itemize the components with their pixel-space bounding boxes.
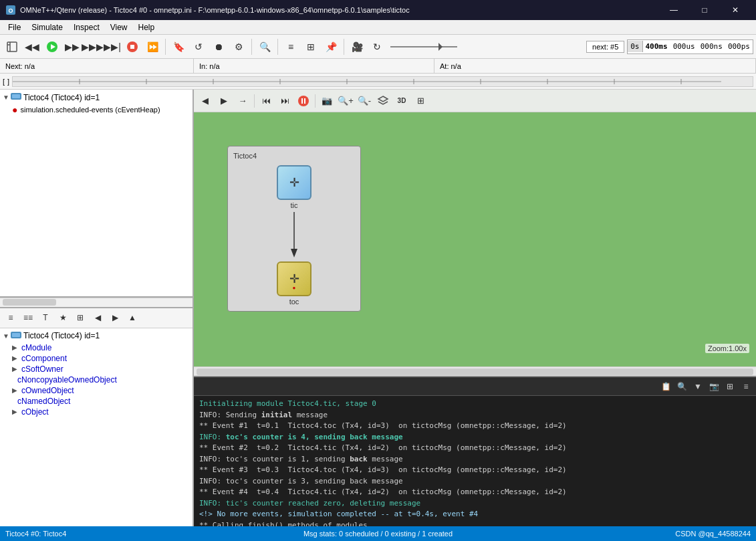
canvas-pause-btn[interactable]	[295, 92, 312, 110]
time-display: 0s 400ms 000us 000ns 000ps	[627, 39, 753, 54]
menu-file[interactable]: File	[3, 21, 26, 33]
maximize-button[interactable]: □	[689, 0, 720, 20]
timeline-ruler[interactable]	[12, 76, 753, 87]
refresh-button[interactable]: ↺	[189, 37, 208, 56]
step-back-button[interactable]: ◀◀	[23, 37, 41, 56]
canvas-first-btn[interactable]: ⏮	[257, 92, 275, 110]
lt-up-btn[interactable]: ▲	[124, 310, 140, 326]
zoom-display: Zoom:1.00x	[705, 344, 749, 353]
class-tree: ▼ Tictoc4 (Tictoc4) id=1 ▶ cModule ▶ cCo…	[0, 328, 193, 527]
tree-root[interactable]: ▼ Tictoc4 (Tictoc4) id=1	[1, 91, 191, 104]
class-tree-root[interactable]: ▼ Tictoc4 (Tictoc4) id=1	[1, 330, 191, 342]
play-button[interactable]	[43, 37, 61, 56]
lt-table-btn[interactable]: ⊞	[72, 310, 88, 326]
step-button[interactable]: ▶▶	[63, 37, 82, 56]
menu-view[interactable]: View	[105, 21, 133, 33]
cModule-label: cModule	[21, 343, 51, 352]
layout-grid-button[interactable]: ⊞	[301, 37, 320, 56]
lt-list-btn[interactable]: ≡	[3, 310, 19, 326]
svg-rect-23	[12, 333, 20, 337]
canvas-3d-btn[interactable]: 3D	[393, 92, 410, 110]
tree-scheduled-events-label: simulation.scheduled-events (cEventHeap)	[20, 106, 160, 114]
class-item-cNamedObject[interactable]: cNamedObject	[1, 396, 191, 407]
canvas-right-btn[interactable]: →	[234, 92, 251, 110]
until-button[interactable]: ⏩	[143, 37, 162, 56]
cSoftOwner-label: cSoftOwner	[21, 364, 64, 374]
tree-node-icon	[11, 92, 21, 103]
left-panel: ▼ Tictoc4 (Tictoc4) id=1 ● simulation.sc…	[0, 90, 194, 526]
log-screenshot-btn[interactable]: 📷	[707, 379, 721, 394]
log-line-2: ** Event #1 t=0.1 Tictoc4.toc (Tx4, id=3…	[199, 421, 751, 432]
layout-list-button[interactable]: ≡	[281, 37, 300, 56]
class-item-cObject[interactable]: ▶ cObject	[1, 407, 191, 417]
status-bar: Next: n/a In: n/a At: n/a	[0, 59, 756, 74]
canvas-snapshot-btn[interactable]: 📷	[318, 92, 336, 110]
tree-hscroll[interactable]	[0, 298, 193, 307]
status-in: In: n/a	[194, 59, 434, 73]
canvas-zoomin-btn[interactable]: 🔍+	[337, 92, 354, 110]
log-filter-btn[interactable]: ▼	[690, 379, 705, 394]
log-copy-btn[interactable]: 📋	[658, 379, 673, 394]
canvas-content: Tictoc4 ✛ tic	[194, 112, 756, 366]
tic-node[interactable]: ✛	[277, 165, 311, 200]
tree-scheduled-events[interactable]: ● simulation.scheduled-events (cEventHea…	[1, 104, 191, 116]
refresh2-button[interactable]: ↻	[368, 37, 386, 56]
menu-simulate[interactable]: Simulate	[26, 21, 68, 33]
new-button[interactable]	[3, 37, 21, 56]
canvas-area: ◀ ▶ → ⏮ ⏭ 📷 🔍+ 🔍- 3D ⊞	[194, 90, 756, 376]
layout-pin-button[interactable]: 📌	[322, 37, 340, 56]
sep2	[251, 39, 252, 55]
record-button[interactable]: ⏺	[209, 37, 228, 56]
log-line-8: ** Event #4 t=0.4 Tictoc4.tic (Tx4, id=2…	[199, 487, 751, 498]
lt-star-btn[interactable]: ★	[55, 310, 71, 326]
cam-button[interactable]: 🎥	[348, 37, 366, 56]
class-item-cSoftOwner[interactable]: ▶ cSoftOwner	[1, 364, 191, 374]
class-item-cOwnedObject[interactable]: ▶ cOwnedObject	[1, 385, 191, 396]
express-button[interactable]: ▶▶|	[103, 37, 122, 56]
class-item-cComponent[interactable]: ▶ cComponent	[1, 353, 191, 364]
tree-root-label: Tictoc4 (Tictoc4) id=1	[23, 93, 100, 102]
next-display: next: #5	[586, 41, 624, 53]
bottom-status-bar: Tictoc4 #0: Tictoc4 Msg stats: 0 schedul…	[0, 526, 756, 541]
class-tree-panel: ≡ ≡≡ T ★ ⊞ ◀ ▶ ▲ ▼ Tictoc4 (Tictoc4) id=…	[0, 308, 193, 527]
cOwnedObject-expand: ▶	[12, 387, 20, 394]
toc-container: ✛ ● toc	[233, 261, 355, 306]
timeline-marker: ]	[7, 78, 9, 86]
class-item-cModule[interactable]: ▶ cModule	[1, 342, 191, 353]
lt-grid-btn[interactable]: ≡≡	[20, 310, 36, 326]
toc-node[interactable]: ✛ ●	[277, 261, 311, 296]
menu-help[interactable]: Help	[133, 21, 160, 33]
bookmark-button[interactable]: 🔖	[169, 37, 188, 56]
toc-move-icon: ✛	[289, 272, 299, 286]
cSoftOwner-expand: ▶	[12, 365, 20, 372]
canvas-zoomout-btn[interactable]: 🔍-	[356, 92, 373, 110]
fast-step-button[interactable]: ▶▶▶	[83, 37, 102, 56]
lt-back-btn[interactable]: ◀	[90, 310, 106, 326]
canvas-layers-btn[interactable]	[374, 92, 392, 110]
canvas-hscroll[interactable]	[194, 366, 756, 376]
log-line-11: ** Calling finish() methods of modules	[199, 520, 751, 527]
cNoncopyable-label: cNoncopyableOwnedObject	[17, 375, 117, 385]
canvas-fwd-btn[interactable]: ▶	[215, 92, 233, 110]
lt-text-btn[interactable]: T	[37, 310, 53, 326]
minimize-button[interactable]: —	[658, 0, 689, 20]
menu-inspect[interactable]: Inspect	[68, 21, 105, 33]
window-controls: — □ ✕	[658, 0, 751, 20]
stop-button[interactable]	[123, 37, 142, 56]
settings-button[interactable]: ⚙	[229, 37, 248, 56]
right-panel: ◀ ▶ → ⏮ ⏭ 📷 🔍+ 🔍- 3D ⊞	[194, 90, 756, 526]
log-list-btn[interactable]: ≡	[739, 379, 753, 394]
canvas-prev-btn[interactable]: ⏭	[276, 92, 293, 110]
search-button[interactable]: 🔍	[255, 37, 274, 56]
cNamedObject-label: cNamedObject	[17, 397, 70, 406]
class-item-cNoncopyable[interactable]: cNoncopyableOwnedObject	[1, 374, 191, 385]
log-search-btn[interactable]: 🔍	[674, 379, 689, 394]
canvas-back-btn[interactable]: ◀	[197, 92, 214, 110]
cObject-expand: ▶	[12, 408, 20, 415]
canvas-fullscreen-btn[interactable]: ⊞	[412, 92, 429, 110]
lt-fwd-btn[interactable]: ▶	[107, 310, 123, 326]
title-bar: O OMNeT++/Qtenv (release) - Tictoc4 #0 -…	[0, 0, 756, 20]
close-button[interactable]: ✕	[720, 0, 751, 20]
next-label: next: #5 0s 400ms 000us 000ns 000ps	[586, 39, 753, 54]
log-layout-btn[interactable]: ⊞	[723, 379, 737, 394]
